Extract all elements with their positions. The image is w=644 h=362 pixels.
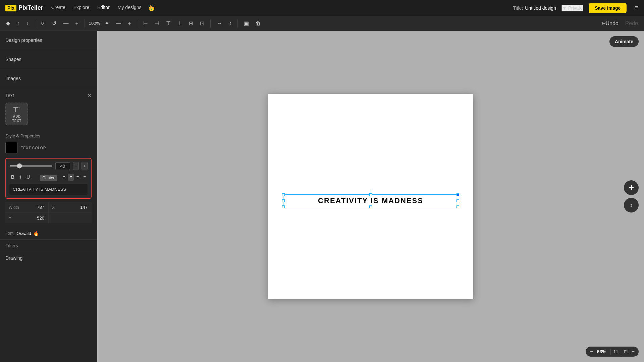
zoom-icon[interactable]: ✦ [103,19,111,28]
dimensions-row: Width X [5,202,92,213]
move-down-btn[interactable]: ↓ [24,19,31,28]
undo-redo: ↩ Undo Redo [599,19,640,28]
right-float-buttons: ✚ ↕ [624,180,639,213]
flip-h-btn[interactable]: ↔ [215,19,224,28]
delete-btn[interactable]: 🗑 [254,19,263,28]
x-group: X [49,202,92,213]
float-add-btn[interactable]: ✚ [624,180,639,195]
zoom-plus[interactable]: + [126,19,133,28]
save-image-button[interactable]: Save image [589,3,627,13]
style-title: Style & Properties [5,133,92,138]
zoom-percentage: 63% [596,349,608,354]
style-properties-section: Style & Properties TEXT COLOR − + B I [0,129,97,227]
font-name[interactable]: Oswald [16,231,31,236]
flip-v-btn[interactable]: ↕ [227,19,233,28]
title-value[interactable]: Untitled design [525,5,556,11]
sep4 [210,19,211,27]
zoom-out-btn[interactable]: − [590,349,593,355]
empty-group [49,213,92,223]
bold-btn[interactable]: B [9,173,16,181]
y-input[interactable] [24,216,44,221]
top-nav: Pix PixTeller Create Explore Editor My d… [0,0,644,16]
font-size-decrease-btn[interactable]: − [73,162,79,170]
font-size-increase-btn[interactable]: + [82,162,88,170]
minus-btn[interactable]: — [61,19,70,28]
sidebar-images[interactable]: Images [5,73,92,84]
align-left-btn[interactable]: ⊢ [141,19,150,28]
close-text-section-btn[interactable]: ✕ [87,92,92,99]
italic-btn[interactable]: I [18,173,23,181]
handle-bot-center[interactable] [369,205,372,208]
drawing-item[interactable]: Drawing [0,252,97,264]
align-bottom-btn[interactable]: ⊡ [198,19,206,28]
text-align-left-btn[interactable]: ≡ [61,174,67,181]
redo-label: Redo [625,20,638,26]
align-center-h-btn[interactable]: ⊣ [153,19,161,28]
handle-top-left[interactable] [282,193,285,196]
align-right-btn[interactable]: ⊤ [164,19,173,28]
zoom-fit-btn[interactable]: Fit [624,349,629,354]
align-center-v-btn[interactable]: ⊞ [187,19,195,28]
logo-text: PixTeller [18,4,43,11]
x-label: X [52,205,65,210]
sidebar-design-properties[interactable]: Design properties [5,35,92,46]
color-row: TEXT COLOR [5,142,92,154]
filters-item[interactable]: Filters [0,239,97,252]
layer-icon[interactable]: ◆ [4,19,12,28]
canvas-container: CREATIVITY IS MADNESS [268,94,473,299]
title-label: Title: [513,5,523,11]
undo-btn[interactable]: ↩ Undo [599,19,621,28]
font-size-input[interactable] [55,162,70,170]
plus-btn[interactable]: + [73,19,80,28]
move-up-btn[interactable]: ↑ [15,19,21,28]
y-label: Y [9,216,22,221]
font-size-slider[interactable] [9,165,53,167]
canvas-text-element[interactable]: CREATIVITY IS MADNESS [283,194,458,207]
canvas-text-content: CREATIVITY IS MADNESS [318,196,423,205]
hamburger-icon[interactable]: ≡ [635,4,639,12]
text-align-center-btn[interactable]: ≡ [68,174,74,181]
nav-explore[interactable]: Explore [73,5,89,11]
add-text-icon: T+ [13,105,20,114]
nav-editor[interactable]: Editor [97,5,110,11]
sidebar: Design properties Shapes Images Text ✕ T… [0,31,97,362]
sep1 [35,19,35,27]
nav-mydesigns[interactable]: My designs [118,5,142,11]
format-row: B I U ≡ ≡ ≡ ≡ [9,173,88,181]
text-preview-content[interactable]: CREATIVITY IS MADNESS [13,187,66,192]
text-align-right-btn[interactable]: ≡ [75,174,81,181]
handle-top-center[interactable] [369,193,372,196]
toolbar: ◆ ↑ ↓ 0° ↺ — + 100% ✦ — + ⊢ ⊣ ⊤ ⊥ ⊞ ⊡ ↔ … [0,16,644,31]
align-top-btn[interactable]: ⊥ [175,19,184,28]
float-stack-btn[interactable]: ↕ [624,198,639,213]
text-section-header: Text ✕ [5,92,92,99]
text-color-swatch[interactable] [5,142,17,154]
zoom-sep2 [621,349,621,355]
handle-mid-left[interactable] [282,199,285,202]
handle-bot-left[interactable] [282,205,285,208]
sidebar-shapes[interactable]: Shapes [5,54,92,65]
zoom-bar: − 63% 11 Fit + [586,347,639,357]
private-button[interactable]: ▼ Private [561,5,583,11]
handle-mid-right[interactable] [457,199,459,202]
zoom-in-btn[interactable]: + [632,349,635,355]
frame-btn[interactable]: ▣ [242,19,251,28]
underline-btn[interactable]: U [25,173,32,181]
logo[interactable]: Pix PixTeller [5,4,43,11]
handle-top-right[interactable] [457,193,459,196]
width-input[interactable] [24,205,44,210]
text-align-justify-btn[interactable]: ≡ [82,174,88,181]
logo-box: Pix [5,5,16,11]
handle-bot-right[interactable] [457,205,459,208]
redo-btn[interactable]: Redo [623,19,640,28]
x-input[interactable] [67,205,88,210]
refresh-icon[interactable]: ↺ [50,19,58,28]
design-props-section: Design properties [0,31,97,50]
undo-label: Undo [606,20,619,26]
text-section: Text ✕ T+ ADD TEXT [0,88,97,129]
zoom-minus[interactable]: — [114,19,123,28]
add-text-button[interactable]: T+ ADD TEXT [5,103,28,125]
animate-button[interactable]: Animate [609,36,639,47]
rotate-input[interactable]: 0° [39,19,47,27]
nav-create[interactable]: Create [51,5,65,11]
